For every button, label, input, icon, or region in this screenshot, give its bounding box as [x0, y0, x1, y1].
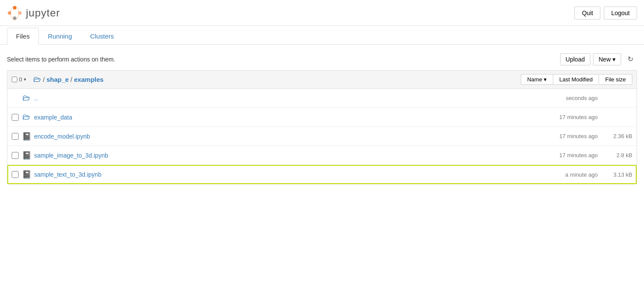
file-row-encode-model: 📓 encode_model.ipynb 17 minutes ago 2.36… [7, 127, 637, 146]
logo-text: jupyter [26, 7, 60, 19]
breadcrumb-examples[interactable]: examples [74, 76, 103, 83]
logo: jupyter [7, 5, 60, 21]
file-modified-example-data: 17 minutes ago [542, 114, 598, 120]
folder-icon-parent: 🗁 [22, 94, 31, 103]
name-sort-button[interactable]: Name ▾ [521, 74, 553, 85]
tabs-bar: Files Running Clusters [0, 28, 644, 45]
notebook-icon-encode-model: 📓 [22, 132, 31, 141]
file-name-parent[interactable]: .. [34, 95, 38, 102]
file-row-left-sample-text: 📓 sample_text_to_3d.ipynb [12, 170, 511, 179]
select-all-area: 0 ▾ [12, 76, 26, 83]
list-header: 0 ▾ 🗁 / shap_e / examples Name ▾ Last Mo… [7, 71, 637, 89]
file-row-left-parent: 🗁 .. [12, 94, 511, 103]
file-row-left-example-data: 🗁 example_data [12, 113, 511, 122]
header: jupyter Quit Logout [0, 0, 644, 26]
breadcrumb-shap-e[interactable]: shap_e [46, 76, 69, 83]
file-size-sort-button[interactable]: File size [599, 74, 632, 85]
file-modified-parent: seconds ago [542, 95, 598, 101]
file-row-left-encode-model: 📓 encode_model.ipynb [12, 132, 511, 141]
toolbar-right: Upload New ▾ ↻ [560, 52, 637, 66]
header-buttons: Quit Logout [574, 6, 637, 19]
checkbox-sample-text[interactable] [12, 171, 19, 178]
list-header-left: 0 ▾ 🗁 / shap_e / examples [12, 75, 521, 84]
file-modified-sample-text: a minute ago [542, 171, 598, 178]
file-modified-encode-model: 17 minutes ago [542, 133, 598, 139]
file-name-sample-image[interactable]: sample_image_to_3d.ipynb [34, 152, 108, 159]
file-name-example-data[interactable]: example_data [34, 114, 72, 121]
file-row-right-parent: seconds ago [511, 95, 632, 101]
file-name-sample-text[interactable]: sample_text_to_3d.ipynb [34, 171, 102, 178]
toolbar: Select items to perform actions on them.… [0, 48, 644, 70]
checkbox-encode-model[interactable] [12, 133, 19, 140]
file-row-sample-text: 📓 sample_text_to_3d.ipynb a minute ago 3… [7, 165, 637, 184]
breadcrumb-sep-1: / [43, 76, 45, 83]
file-modified-sample-image: 17 minutes ago [542, 152, 598, 158]
tab-running[interactable]: Running [39, 28, 81, 45]
file-row-right-sample-text: a minute ago 3.13 kB [511, 171, 632, 178]
upload-button[interactable]: Upload [560, 53, 590, 65]
notebook-icon-sample-text: 📓 [22, 170, 31, 179]
breadcrumb-sep-2: / [70, 76, 72, 83]
file-row-right-example-data: 17 minutes ago [511, 114, 632, 120]
jupyter-logo-icon [7, 5, 22, 21]
file-row-sample-image: 📓 sample_image_to_3d.ipynb 17 minutes ag… [7, 146, 637, 165]
new-dropdown-arrow: ▾ [612, 56, 615, 63]
breadcrumb: 🗁 / shap_e / examples [33, 75, 103, 84]
file-row-right-sample-image: 17 minutes ago 2.8 kB [511, 152, 632, 158]
file-row-right-encode-model: 17 minutes ago 2.36 kB [511, 133, 632, 139]
notebook-icon-sample-image: 📓 [22, 151, 31, 160]
file-size-encode-model: 2.36 kB [606, 133, 632, 139]
quit-button[interactable]: Quit [574, 6, 600, 19]
file-list: 0 ▾ 🗁 / shap_e / examples Name ▾ Last Mo… [7, 70, 637, 184]
selected-count: 0 [19, 76, 22, 83]
new-label: New [599, 56, 611, 63]
file-row-parent: 🗁 .. seconds ago [7, 89, 637, 108]
list-header-right: Name ▾ Last Modified File size [521, 74, 632, 85]
tab-files[interactable]: Files [7, 28, 39, 45]
refresh-button[interactable]: ↻ [624, 52, 637, 66]
count-dropdown-arrow[interactable]: ▾ [24, 77, 26, 82]
logout-button[interactable]: Logout [604, 6, 637, 19]
select-all-checkbox[interactable] [12, 77, 17, 82]
select-hint: Select items to perform actions on them. [7, 56, 115, 63]
last-modified-sort-button[interactable]: Last Modified [553, 74, 599, 85]
file-size-sample-image: 2.8 kB [606, 152, 632, 158]
tab-clusters[interactable]: Clusters [81, 28, 123, 45]
file-row-left-sample-image: 📓 sample_image_to_3d.ipynb [12, 151, 511, 160]
file-size-sample-text: 3.13 kB [606, 171, 632, 178]
file-name-encode-model[interactable]: encode_model.ipynb [34, 133, 90, 140]
checkbox-example-data[interactable] [12, 114, 19, 121]
checkbox-sample-image[interactable] [12, 152, 19, 159]
file-row-example-data: 🗁 example_data 17 minutes ago [7, 108, 637, 127]
new-button[interactable]: New ▾ [593, 53, 621, 65]
folder-icon-example-data: 🗁 [22, 113, 31, 122]
breadcrumb-folder-icon: 🗁 [33, 75, 41, 84]
